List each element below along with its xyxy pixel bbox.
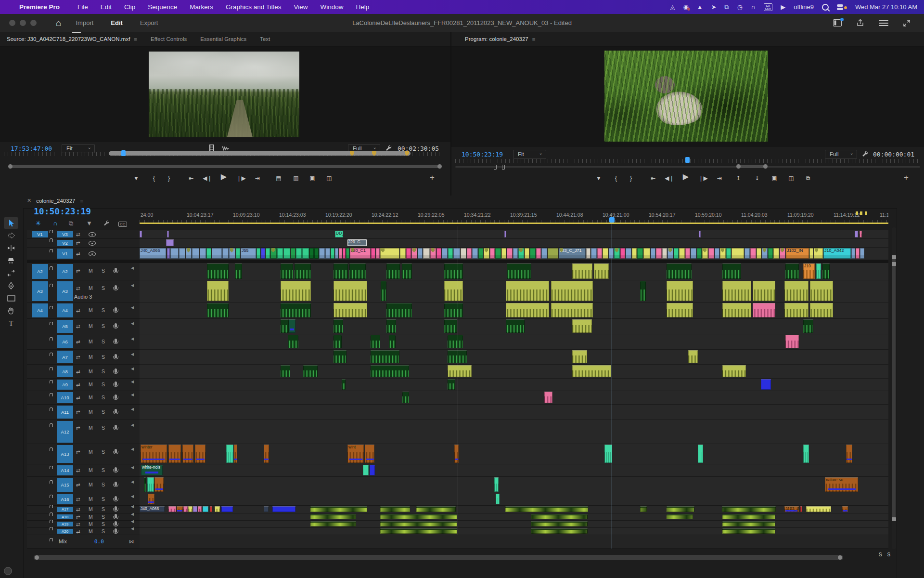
video-clip[interactable]	[257, 248, 260, 259]
clip[interactable]	[380, 506, 410, 512]
video-clip[interactable]	[266, 248, 270, 259]
video-clip-j83-c-j71[interactable]: J83_C_J71	[559, 248, 586, 259]
video-clip[interactable]	[222, 248, 229, 259]
clip[interactable]	[753, 281, 775, 301]
tab-sequence[interactable]: ✕ colonie_240327 ≡	[27, 197, 83, 204]
video-clip-j55[interactable]: J55	[241, 248, 256, 259]
menubar-clock[interactable]: Wed Mar 27 10:10 AM	[855, 3, 917, 11]
clip-wint[interactable]: wint	[347, 445, 364, 463]
track-lane-a4[interactable]	[140, 302, 888, 319]
clip[interactable]	[198, 506, 202, 512]
video-clip-j102-in[interactable]: J102_IN	[786, 248, 809, 259]
track-badge-a5[interactable]: A5	[57, 320, 73, 333]
clip[interactable]	[722, 263, 741, 279]
photos-icon[interactable]: ◉	[683, 4, 688, 10]
tool-razor[interactable]	[4, 255, 18, 266]
video-clip[interactable]	[513, 248, 518, 259]
source-video-frame[interactable]	[149, 52, 299, 137]
keyframe-bowtie-icon[interactable]: ⋈	[129, 539, 134, 544]
track-lane-a6[interactable]	[140, 334, 888, 350]
app-menu-title[interactable]: Premiere Pro	[19, 3, 60, 11]
timeline-ruler[interactable]: 24:0010:04:23:1710:09:23:1010:14:23:0310…	[140, 211, 888, 223]
lift-button[interactable]: ↥	[736, 174, 741, 182]
video-clip[interactable]	[744, 248, 750, 259]
solo-button[interactable]: S	[102, 449, 105, 455]
mode-tab-edit[interactable]: Edit	[111, 19, 123, 26]
play-button[interactable]: ▶	[221, 173, 227, 181]
solo-button[interactable]: S	[102, 409, 105, 415]
video-clip[interactable]	[442, 248, 448, 259]
mute-button[interactable]: M	[89, 521, 93, 527]
keyframe-toggle-icon[interactable]: ◀	[131, 480, 134, 484]
video-clip[interactable]	[620, 248, 625, 259]
video-clip[interactable]	[167, 248, 170, 259]
clip[interactable]	[803, 445, 809, 463]
video-clip[interactable]	[518, 248, 524, 259]
video-clip[interactable]	[591, 248, 597, 259]
video-clip[interactable]	[331, 248, 334, 259]
clip[interactable]	[334, 303, 367, 317]
video-clip[interactable]	[291, 248, 295, 259]
video-clip[interactable]	[626, 248, 631, 259]
menu-graphics-and-titles[interactable]: Graphics and Titles	[226, 3, 282, 11]
horizontal-scrollbar[interactable]	[34, 555, 843, 560]
export-frame-button[interactable]: ▣	[309, 174, 315, 182]
overwrite-button[interactable]: ▥	[293, 174, 298, 182]
step-back-button[interactable]: ◀❘	[203, 174, 212, 182]
clip[interactable]	[604, 445, 612, 463]
sync-lock-icon[interactable]: ⇄	[76, 394, 80, 400]
clip[interactable]	[722, 528, 775, 534]
nest-icon[interactable]: ⧉	[69, 220, 73, 227]
clip[interactable]	[505, 506, 588, 512]
program-scrubber[interactable]	[455, 155, 920, 165]
solo-button[interactable]: S	[102, 368, 105, 374]
clip[interactable]	[722, 514, 775, 519]
video-clip[interactable]	[411, 248, 417, 259]
clip[interactable]	[281, 365, 290, 377]
clip[interactable]	[667, 263, 692, 279]
fullscreen-icon[interactable]	[903, 19, 911, 27]
track-lane-a10[interactable]	[140, 391, 888, 405]
clip[interactable]	[295, 263, 311, 279]
clip[interactable]	[281, 319, 289, 333]
video-clip[interactable]	[339, 248, 342, 259]
clip[interactable]	[688, 350, 698, 363]
clip[interactable]	[444, 281, 463, 301]
clip[interactable]	[506, 319, 525, 333]
comparison-view-button[interactable]: ◫	[788, 174, 794, 182]
track-badge-a17[interactable]: A17	[57, 507, 73, 512]
tab-essential-graphics[interactable]: Essential Graphics	[193, 36, 253, 42]
clip[interactable]	[386, 263, 400, 279]
track-badge-a8[interactable]: A8	[57, 366, 73, 377]
video-clip[interactable]	[490, 248, 495, 259]
vertical-scrollbar[interactable]	[892, 227, 896, 549]
toggle-track-output-icon[interactable]	[89, 251, 96, 256]
zoom-handle-left[interactable]	[8, 164, 13, 169]
track-badge-a4[interactable]: A4	[57, 303, 73, 317]
linked-selection-icon[interactable]: ✳	[36, 220, 41, 227]
clip[interactable]	[386, 319, 396, 333]
captions-icon[interactable]: CC	[118, 220, 127, 227]
keyframe-toggle-icon[interactable]: ◀	[131, 380, 134, 384]
video-clip[interactable]	[448, 248, 453, 259]
clip[interactable]	[207, 263, 229, 279]
clip[interactable]	[402, 263, 412, 279]
tool-type[interactable]: T	[4, 317, 18, 329]
clip[interactable]	[303, 365, 318, 377]
clip[interactable]	[531, 514, 588, 519]
video-clip[interactable]	[632, 248, 637, 259]
cone-circle-icon[interactable]: ◬	[670, 4, 675, 10]
clip[interactable]	[667, 281, 693, 301]
clip[interactable]	[349, 263, 366, 279]
control-center-icon[interactable]	[837, 4, 847, 10]
clip[interactable]	[182, 445, 193, 463]
clip[interactable]	[183, 506, 188, 512]
clip[interactable]	[371, 335, 380, 348]
clip[interactable]	[210, 506, 212, 512]
clip[interactable]	[416, 506, 456, 512]
voiceover-record-icon[interactable]	[115, 425, 117, 429]
mark-in-button[interactable]: {	[615, 174, 617, 182]
video-clip[interactable]	[400, 248, 406, 259]
keyframe-toggle-icon[interactable]: ◀	[131, 494, 134, 499]
keyframe-toggle-icon[interactable]: ◀	[131, 367, 134, 371]
